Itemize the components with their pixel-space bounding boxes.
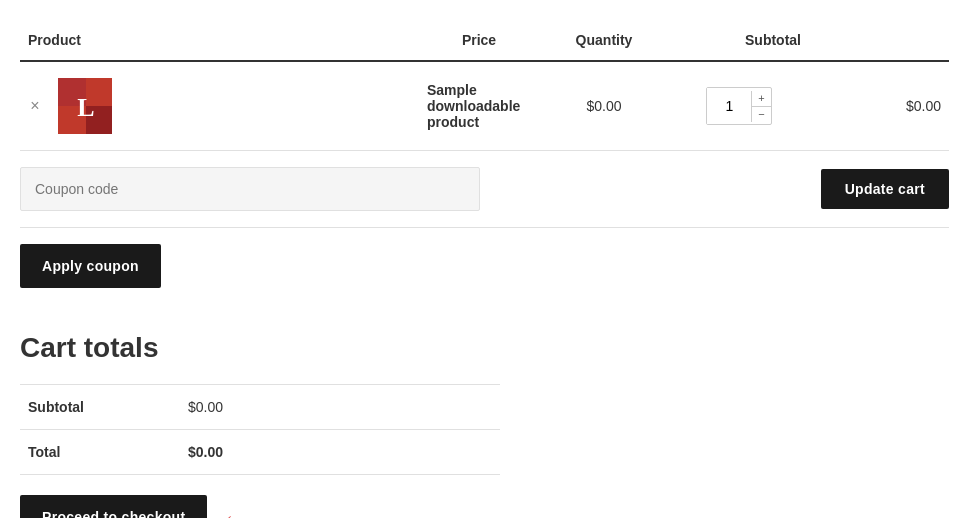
remove-item-button[interactable]: × [30, 98, 39, 114]
apply-coupon-button[interactable]: Apply coupon [20, 244, 161, 288]
product-quantity-cell: + − [669, 61, 809, 151]
quantity-controls: + − [751, 91, 770, 122]
product-subtotal: $0.00 [809, 61, 949, 151]
cart-table: Product Price Quantity Subtotal × [20, 20, 949, 151]
product-name-cell: Sample downloadable product [419, 61, 539, 151]
cart-totals-title: Cart totals [20, 332, 500, 364]
proceed-to-checkout-button[interactable]: Proceed to checkout [20, 495, 207, 518]
subtotal-label: Subtotal [20, 385, 180, 430]
coupon-input[interactable] [20, 167, 480, 211]
product-thumbnail: L [58, 78, 112, 134]
apply-coupon-row: Apply coupon [20, 228, 949, 312]
total-value: $0.00 [180, 430, 500, 475]
checkout-row: Proceed to checkout ← [20, 475, 500, 518]
cart-totals-section: Cart totals Subtotal $0.00 Total $0.00 P… [20, 312, 500, 518]
quantity-input[interactable] [707, 88, 751, 124]
subtotal-value: $0.00 [180, 385, 500, 430]
totals-table: Subtotal $0.00 Total $0.00 [20, 384, 500, 475]
product-name: Sample downloadable product [427, 82, 520, 130]
update-cart-button[interactable]: Update cart [821, 169, 949, 209]
quantity-down-button[interactable]: − [752, 107, 770, 122]
product-price: $0.00 [539, 61, 669, 151]
arrow-left-icon: ← [223, 506, 243, 519]
total-label: Total [20, 430, 180, 475]
col-header-subtotal: Subtotal [669, 20, 809, 61]
quantity-up-button[interactable]: + [752, 91, 770, 107]
col-header-product: Product [20, 20, 419, 61]
subtotal-row: Subtotal $0.00 [20, 385, 500, 430]
svg-text:L: L [77, 93, 94, 122]
quantity-wrapper: + − [706, 87, 771, 125]
coupon-update-row: Update cart [20, 151, 949, 228]
total-row: Total $0.00 [20, 430, 500, 475]
col-header-quantity: Quantity [539, 20, 669, 61]
col-header-price: Price [419, 20, 539, 61]
table-row: × L Sample downloadable product [20, 61, 949, 151]
